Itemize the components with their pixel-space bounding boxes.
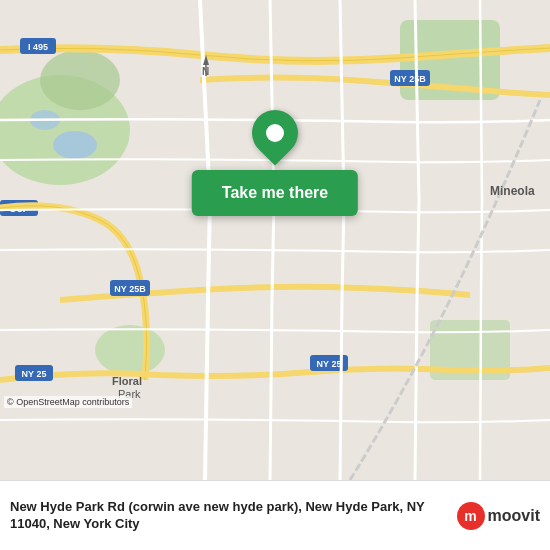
location-name: New Hyde Park Rd (corwin ave new hyde pa…	[10, 499, 457, 533]
take-me-there-button[interactable]: Take me there	[192, 170, 358, 216]
moovit-icon: m	[457, 502, 485, 530]
map-pin	[252, 110, 298, 156]
svg-point-2	[40, 50, 120, 110]
svg-text:NY 25: NY 25	[317, 359, 342, 369]
info-bar: New Hyde Park Rd (corwin ave new hyde pa…	[0, 480, 550, 550]
svg-point-6	[53, 131, 97, 159]
openstreetmap-credit: © OpenStreetMap contributors	[4, 396, 132, 408]
svg-text:NY 25: NY 25	[22, 369, 47, 379]
svg-text:I 495: I 495	[28, 42, 48, 52]
map-container: I 495 GCP NY 25B NY 25B NY 25 NY 25	[0, 0, 550, 480]
svg-text:NY 25B: NY 25B	[394, 74, 426, 84]
svg-point-4	[95, 325, 165, 375]
svg-text:NY 25B: NY 25B	[114, 284, 146, 294]
svg-text:Mineola: Mineola	[490, 184, 535, 198]
map-svg: I 495 GCP NY 25B NY 25B NY 25 NY 25	[0, 0, 550, 480]
credit-text: © OpenStreetMap contributors	[7, 397, 129, 407]
moovit-logo: m moovit	[457, 502, 540, 530]
location-info: New Hyde Park Rd (corwin ave new hyde pa…	[10, 499, 457, 533]
svg-text:Floral: Floral	[112, 375, 142, 387]
moovit-brand-name: moovit	[488, 507, 540, 525]
